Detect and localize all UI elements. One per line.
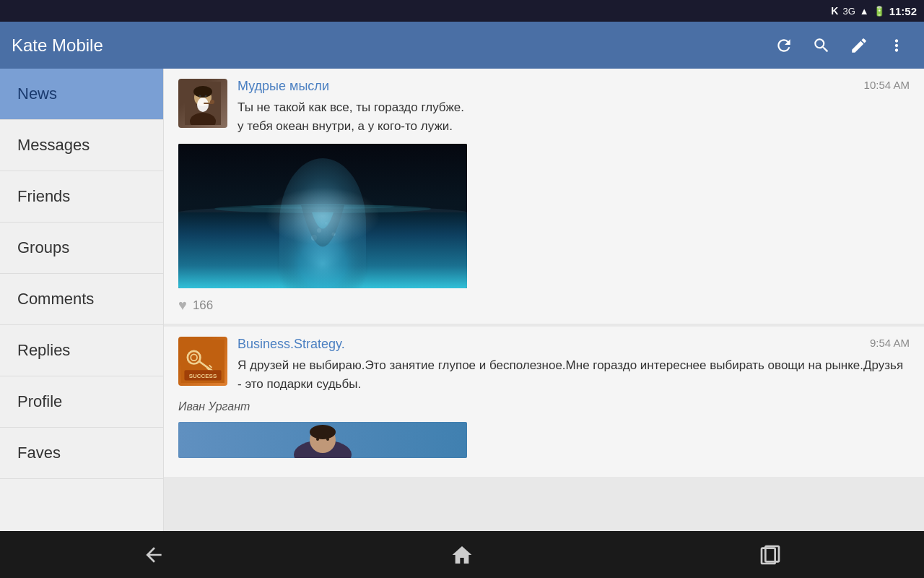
- svg-rect-11: [178, 212, 467, 288]
- post-2-header: SUCCESS 9:54 AM Business.Strategy. Я дру…: [178, 337, 910, 393]
- header-actions: [768, 30, 912, 61]
- post-1-header: 10:54 AM Мудрые мысли Ты не такой как вс…: [178, 79, 910, 135]
- sidebar-item-faves[interactable]: Faves: [0, 428, 163, 479]
- news-feed[interactable]: 10:54 AM Мудрые мысли Ты не такой как вс…: [164, 69, 924, 531]
- main-content: News Messages Friends Groups Comments Re…: [0, 69, 924, 531]
- sidebar-item-comments[interactable]: Comments: [0, 274, 163, 325]
- svg-point-15: [311, 235, 317, 241]
- sidebar-item-messages[interactable]: Messages: [0, 120, 163, 171]
- post-2-meta: 9:54 AM Business.Strategy. Я друзей не в…: [237, 337, 910, 393]
- like-icon: ♥: [178, 297, 187, 314]
- signal-icon: ▲: [860, 6, 869, 17]
- avatar-image: [185, 82, 221, 125]
- sidebar-item-replies[interactable]: Replies: [0, 325, 163, 376]
- person-svg: [178, 422, 467, 458]
- compose-icon: [850, 36, 868, 55]
- back-button[interactable]: [125, 537, 183, 573]
- sidebar: News Messages Friends Groups Comments Re…: [0, 69, 164, 531]
- post-2-quote: Иван Ургант: [178, 400, 910, 413]
- recent-icon: [759, 543, 782, 566]
- svg-point-14: [325, 222, 328, 225]
- svg-point-5: [199, 95, 201, 98]
- svg-point-31: [310, 425, 336, 439]
- sidebar-item-groups[interactable]: Groups: [0, 223, 163, 274]
- post-1: 10:54 AM Мудрые мысли Ты не такой как вс…: [164, 69, 924, 324]
- search-button[interactable]: [806, 30, 837, 61]
- svg-point-17: [214, 204, 431, 213]
- post-1-text: Ты не такой как все, ты гораздо глубже. …: [237, 98, 910, 135]
- bottom-nav-bar: [0, 531, 924, 578]
- post-1-likes[interactable]: ♥ 166: [178, 297, 910, 314]
- post-2-time: 9:54 AM: [870, 337, 910, 349]
- like-count: 166: [193, 298, 213, 313]
- post-1-image-container[interactable]: [178, 144, 910, 288]
- svg-point-33: [326, 438, 329, 441]
- app-title: Kate Mobile: [12, 35, 768, 56]
- underwater-svg: [178, 144, 467, 288]
- search-icon: [812, 36, 831, 55]
- post-2-avatar[interactable]: SUCCESS: [178, 337, 227, 386]
- post-2-author[interactable]: Business.Strategy.: [237, 337, 910, 352]
- home-icon: [450, 543, 474, 566]
- svg-point-8: [210, 100, 214, 104]
- post-1-meta: 10:54 AM Мудрые мысли Ты не такой как вс…: [237, 79, 910, 135]
- post-2-image-container[interactable]: [178, 422, 910, 458]
- svg-point-4: [193, 86, 212, 98]
- svg-text:SUCCESS: SUCCESS: [189, 373, 217, 379]
- app-logo: K: [831, 5, 838, 17]
- sidebar-item-profile[interactable]: Profile: [0, 376, 163, 428]
- sidebar-item-friends[interactable]: Friends: [0, 171, 163, 223]
- back-icon: [142, 543, 165, 566]
- header: Kate Mobile: [0, 22, 924, 69]
- svg-point-12: [265, 194, 380, 288]
- more-button[interactable]: [881, 30, 912, 61]
- post-1-author[interactable]: Мудрые мысли: [237, 79, 910, 94]
- svg-point-6: [205, 95, 207, 98]
- svg-point-18: [250, 204, 395, 209]
- refresh-icon: [775, 36, 793, 55]
- post-2-image: [178, 422, 467, 458]
- status-bar: K 3G ▲ 🔋 11:52: [0, 0, 924, 22]
- network-indicator: 3G: [842, 6, 855, 17]
- post-1-time: 10:54 AM: [864, 79, 910, 91]
- svg-point-32: [316, 438, 319, 441]
- svg-point-3: [197, 98, 209, 112]
- status-bar-left: K: [831, 5, 838, 17]
- compose-button[interactable]: [843, 30, 875, 61]
- svg-point-13: [317, 228, 321, 233]
- more-icon: [887, 36, 906, 55]
- post-2-text: Я друзей не выбираю.Это занятие глупое и…: [237, 356, 910, 393]
- post-1-avatar[interactable]: [178, 79, 227, 128]
- business-avatar-image: SUCCESS: [181, 337, 225, 386]
- clock: 11:52: [889, 5, 917, 17]
- post-1-image: [178, 144, 467, 288]
- post-2: SUCCESS 9:54 AM Business.Strategy. Я дру…: [164, 327, 924, 477]
- battery-icon: 🔋: [873, 6, 885, 17]
- refresh-button[interactable]: [768, 30, 800, 61]
- recent-apps-button[interactable]: [741, 537, 799, 573]
- home-button[interactable]: [433, 537, 491, 573]
- sidebar-item-news[interactable]: News: [0, 69, 163, 120]
- svg-point-16: [332, 233, 336, 236]
